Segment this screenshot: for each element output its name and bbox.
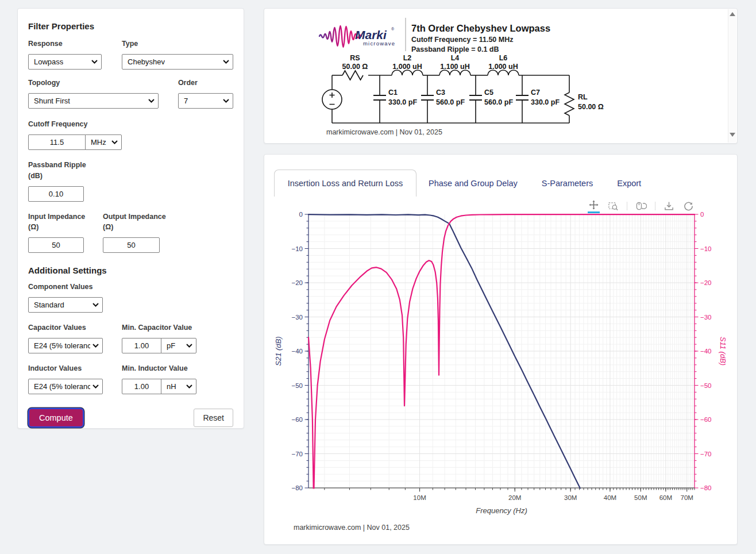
chevron-down-icon xyxy=(92,303,99,307)
inductor-l6 xyxy=(488,70,519,75)
response-label: Response xyxy=(28,39,102,49)
min-inductor-value-label: Min. Inductor Value xyxy=(122,363,196,374)
c7-value: 330.0 pF xyxy=(531,98,560,106)
l2-value: 1.000 uH xyxy=(392,63,422,71)
s21-tick-label: −70 xyxy=(291,451,303,457)
inductor-values-select[interactable]: E24 (5% tolerance) xyxy=(28,379,103,394)
passband-ripple-input[interactable] xyxy=(28,186,84,202)
inductor-values-label: Inductor Values xyxy=(28,363,103,374)
order-label: Order xyxy=(178,78,233,88)
x-tick-label: 20M xyxy=(508,494,521,501)
inductor-l2 xyxy=(392,70,423,75)
chevron-down-icon xyxy=(92,344,99,348)
chevron-down-icon xyxy=(92,384,99,388)
c1-name: C1 xyxy=(388,89,398,97)
s11-tick-label: −40 xyxy=(700,348,712,355)
rl-value: 50.00 Ω xyxy=(578,103,604,111)
logo-wordmark: Marki xyxy=(355,28,387,41)
x-tick-label: 50M xyxy=(634,494,647,501)
filter-properties-panel: Filter Properties Response Lowpass Type … xyxy=(17,8,244,429)
schematic-subtitle-ripple: Passband Ripple = 0.1 dB xyxy=(411,45,499,53)
input-impedance-label: Input Impedance (Ω) xyxy=(28,211,92,232)
s21-tick-label: −30 xyxy=(291,314,303,321)
l4-value: 1.100 uH xyxy=(440,63,469,71)
c3-value: 560.0 pF xyxy=(436,98,465,106)
passband-ripple-label: Passband Ripple (dB) xyxy=(28,160,98,180)
min-capacitor-value-input[interactable] xyxy=(122,338,161,353)
type-label: Type xyxy=(122,39,233,49)
topology-label: Topology xyxy=(28,78,159,88)
rs-name: RS xyxy=(350,54,360,62)
s21-tick-label: −40 xyxy=(291,348,303,355)
schematic-title: 7th Order Chebyshev Lowpass xyxy=(411,23,550,33)
chevron-down-icon xyxy=(111,140,118,144)
logo-subtext: microwave xyxy=(363,40,395,47)
s11-tick-label: −70 xyxy=(700,451,712,457)
chevron-down-icon xyxy=(223,99,229,103)
min-inductor-unit-select[interactable]: nH xyxy=(161,379,196,394)
chevron-down-icon xyxy=(186,384,192,388)
scroll-up-arrow-icon[interactable] xyxy=(730,12,735,16)
s-parameter-plot[interactable]: 10M20M30M40M50M60M70M00−10−10−20−20−30−3… xyxy=(264,155,737,544)
chevron-down-icon xyxy=(91,60,98,64)
schematic-scrollbar[interactable] xyxy=(728,9,736,143)
schematic-panel: Marki ® microwave 7th Order Chebyshev Lo… xyxy=(264,8,738,144)
marki-logo: Marki ® microwave xyxy=(319,26,395,47)
cutoff-frequency-input[interactable] xyxy=(28,134,86,150)
s21-tick-label: −10 xyxy=(291,245,303,252)
s11-tick-label: −20 xyxy=(700,279,712,286)
schematic-footer: markimicrowave.com | Nov 01, 2025 xyxy=(326,128,442,136)
scroll-down-arrow-icon[interactable] xyxy=(730,133,735,137)
cutoff-unit-select[interactable]: MHz xyxy=(85,134,122,150)
output-impedance-input[interactable] xyxy=(103,237,160,253)
rs-value: 50.00 Ω xyxy=(342,63,368,71)
s11-tick-label: −50 xyxy=(700,382,712,389)
results-panel: Insertion Loss and Return Loss Phase and… xyxy=(264,154,738,545)
l6-value: 1.000 uH xyxy=(488,63,518,71)
cutoff-frequency-label: Cutoff Frequency xyxy=(28,119,233,129)
output-impedance-label: Output Impedance (Ω) xyxy=(103,211,172,232)
compute-button[interactable]: Compute xyxy=(28,408,84,428)
chevron-down-icon xyxy=(148,99,155,103)
rl-name: RL xyxy=(578,93,588,101)
l4-name: L4 xyxy=(451,54,460,62)
min-inductor-value-input[interactable] xyxy=(122,379,161,394)
s11-tick-label: −30 xyxy=(700,314,712,321)
order-select[interactable]: 7 xyxy=(178,93,233,109)
s21-tick-label: −20 xyxy=(291,279,303,286)
s11-tick-label: −60 xyxy=(700,416,712,423)
l2-name: L2 xyxy=(403,54,412,62)
type-select[interactable]: Chebyshev xyxy=(122,54,233,70)
x-axis-label: Frequency (Hz) xyxy=(476,506,527,515)
s21-tick-label: −80 xyxy=(291,484,303,491)
c3-name: C3 xyxy=(436,89,445,97)
response-select[interactable]: Lowpass xyxy=(28,54,102,70)
resistor-rl xyxy=(565,93,574,116)
c7-name: C7 xyxy=(531,89,540,97)
s21-tick-label: −60 xyxy=(291,416,303,423)
reset-button[interactable]: Reset xyxy=(194,409,233,427)
s21-axis-label: S21 (dB) xyxy=(274,336,283,366)
chart-footer: markimicrowave.com | Nov 01, 2025 xyxy=(294,524,410,532)
s11-axis-label: S11 (dB) xyxy=(719,337,727,366)
c1-value: 330.0 pF xyxy=(388,98,417,106)
s11-tick-label: −10 xyxy=(700,245,712,252)
circuit-schematic: Marki ® microwave 7th Order Chebyshev Lo… xyxy=(264,9,737,143)
component-values-label: Component Values xyxy=(28,282,233,292)
schematic-subtitle-cutoff: Cutoff Frequency = 11.50 MHz xyxy=(411,36,513,44)
input-impedance-input[interactable] xyxy=(28,237,84,253)
chevron-down-icon xyxy=(223,60,229,64)
s11-tick-label: 0 xyxy=(700,211,704,218)
chevron-down-icon xyxy=(186,344,192,348)
component-values-select[interactable]: Standard xyxy=(28,297,103,313)
panel-title: Filter Properties xyxy=(28,21,233,31)
capacitor-values-select[interactable]: E24 (5% tolerance) xyxy=(28,338,103,353)
s21-tick-label: −50 xyxy=(291,382,303,389)
additional-settings-title: Additional Settings xyxy=(28,266,233,275)
resistor-rs xyxy=(342,71,363,80)
min-capacitor-value-label: Min. Capacitor Value xyxy=(122,322,196,333)
topology-select[interactable]: Shunt First xyxy=(28,93,159,109)
inductor-l4 xyxy=(439,70,470,75)
min-capacitor-unit-select[interactable]: pF xyxy=(161,338,196,353)
c5-name: C5 xyxy=(484,89,493,97)
